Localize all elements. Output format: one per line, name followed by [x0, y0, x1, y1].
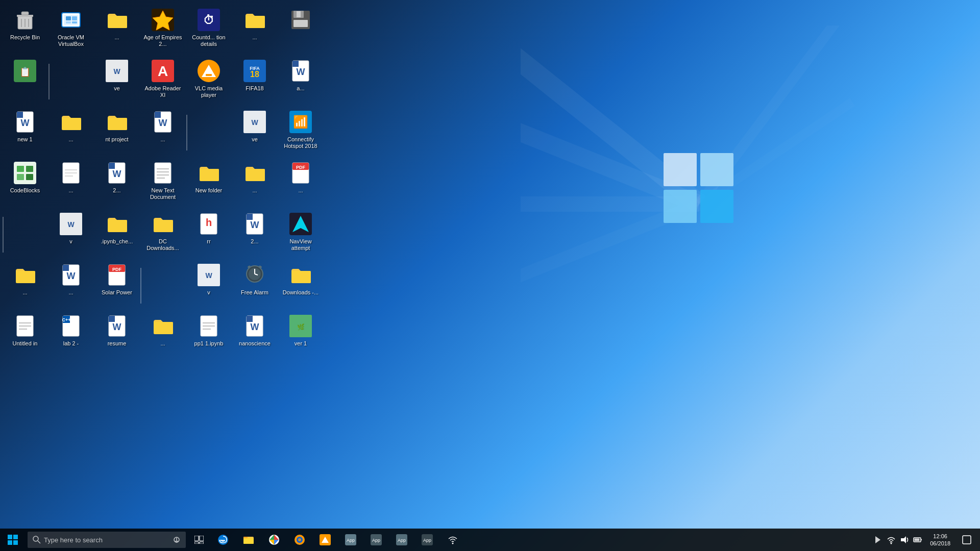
taskbar-vlc[interactable] [312, 529, 338, 551]
folder-icon-3[interactable]: ... [48, 107, 93, 158]
svg-rect-118 [13, 535, 18, 539]
svg-rect-46 [17, 112, 23, 118]
notification-button[interactable] [958, 529, 976, 551]
lab2-label: lab 2 - [63, 340, 79, 347]
svg-rect-157 [963, 536, 971, 544]
network-tray-icon[interactable] [886, 535, 896, 545]
doc-icon-1[interactable]: ... [48, 158, 93, 209]
navview-icon[interactable]: NavView attempt [278, 209, 323, 260]
svg-text:h: h [206, 217, 212, 228]
nanoscience-icon[interactable]: W nanoscience [232, 311, 277, 362]
misc-icon-1[interactable]: 📋 [3, 56, 47, 107]
svg-rect-127 [194, 536, 199, 541]
word-doc-1[interactable]: W a... [278, 56, 323, 107]
folder-icon-1[interactable]: ... [94, 5, 139, 56]
clock[interactable]: 12:06 06/2018 [926, 529, 954, 551]
svg-rect-12 [21, 12, 29, 15]
word-doc-label-4: 2... [251, 238, 258, 245]
recycle-bin-icon[interactable]: Recycle Bin [3, 5, 47, 56]
svg-text:📋: 📋 [19, 66, 31, 78]
taskbar-chrome[interactable] [261, 529, 287, 551]
rr-icon[interactable]: h rr [186, 209, 231, 260]
taskbar-app7[interactable]: App [363, 529, 389, 551]
v4-label: v [207, 289, 210, 296]
volume-tray-icon[interactable] [899, 535, 910, 545]
floppy-icon[interactable] [278, 5, 323, 56]
dc-downloads-icon[interactable]: DC Downloads... [140, 209, 185, 260]
oracle-vm-icon[interactable]: Oracle VM VirtualBox [48, 5, 93, 56]
new1-icon[interactable]: W new 1 [3, 107, 47, 158]
svg-text:W: W [297, 67, 305, 77]
pdf-icon-1[interactable]: PDF ... [278, 158, 323, 209]
clock-date: 06/2018 [930, 540, 950, 547]
svg-text:W: W [251, 322, 259, 332]
ver1-icon[interactable]: 🌿 ver 1 [278, 311, 323, 362]
solar-power-icon[interactable]: PDF Solar Power [94, 260, 139, 311]
task-view-button[interactable] [188, 529, 210, 551]
word-doc-2[interactable]: W ... [140, 107, 185, 158]
nt-project-icon[interactable]: nt project [94, 107, 139, 158]
taskbar-edge[interactable] [210, 529, 236, 551]
folder-icon-6[interactable]: ... [232, 158, 277, 209]
taskbar-app6[interactable]: App [338, 529, 363, 551]
word-doc-4[interactable]: W 2... [232, 209, 277, 260]
svg-text:18: 18 [250, 70, 259, 79]
pp1-label: pp1 1.ipynb [194, 340, 224, 347]
lab2-icon[interactable]: C++ lab 2 - [48, 311, 93, 362]
start-button[interactable] [0, 529, 26, 551]
v4-icon[interactable]: W v [186, 260, 231, 311]
svg-rect-49 [155, 112, 161, 118]
battery-tray-icon[interactable] [913, 535, 923, 545]
free-alarm-icon[interactable]: Free Alarm [232, 260, 277, 311]
svg-rect-59 [26, 174, 33, 180]
svg-text:App: App [423, 538, 431, 543]
resume-icon[interactable]: W resume [94, 311, 139, 362]
ve-icon-1[interactable]: W ve [94, 56, 139, 107]
show-hidden-icons[interactable] [873, 535, 883, 545]
vlc-icon[interactable]: VLC media player [186, 56, 231, 107]
word-doc-5[interactable]: W ... [48, 260, 93, 311]
untitled-label: Untitled in [13, 340, 38, 347]
countdown-icon[interactable]: ⏱ Countd... tion details [186, 5, 231, 56]
svg-rect-58 [17, 174, 24, 180]
word-doc-3[interactable]: W 2... [94, 158, 139, 209]
svg-rect-119 [8, 540, 12, 545]
taskbar-wifi[interactable] [440, 529, 465, 551]
taskbar-firefox[interactable] [287, 529, 312, 551]
svg-text:W: W [113, 67, 120, 76]
svg-line-122 [38, 541, 40, 543]
ve-icon-2[interactable]: W ve [232, 107, 277, 158]
v3-icon[interactable]: W v [48, 209, 93, 260]
svg-rect-130 [200, 542, 204, 544]
word-doc-label-5: ... [68, 289, 73, 296]
search-bar[interactable] [28, 532, 186, 548]
taskbar-app8[interactable]: App [389, 529, 414, 551]
svg-text:W: W [113, 169, 121, 179]
svg-rect-9 [700, 190, 733, 223]
downloads-icon[interactable]: Downloads -... [278, 260, 323, 311]
countdown-label: Countd... tion details [188, 34, 230, 47]
folder-icon-2[interactable]: ... [232, 5, 277, 56]
svg-text:W: W [205, 271, 212, 280]
divider-1 [48, 64, 50, 99]
new-folder-icon[interactable]: New folder [186, 158, 231, 209]
new-text-document-icon[interactable]: New Text Document [140, 158, 185, 209]
pp1-icon[interactable]: pp1 1.ipynb [186, 311, 231, 362]
taskbar-explorer[interactable] [236, 529, 261, 551]
age-of-empires-icon[interactable]: Age of Empires 2... [140, 5, 185, 56]
fifa18-icon[interactable]: FIFA18 FIFA18 [232, 56, 277, 107]
adobe-reader-icon[interactable]: A Adobe Reader XI [140, 56, 185, 107]
codeblocks-icon[interactable]: CodeBlocks [3, 158, 47, 209]
word-doc-label-1: a... [297, 85, 304, 92]
taskbar-app9[interactable]: App [414, 529, 440, 551]
svg-text:W: W [251, 220, 259, 230]
ipynb-icon[interactable]: .ipynb_che... [94, 209, 139, 260]
search-input[interactable] [44, 536, 166, 544]
folder-icon-7[interactable]: ... [3, 260, 47, 311]
connectify-icon[interactable]: 📶 Connectify Hotspot 2018 [278, 107, 323, 158]
folder-icon-8[interactable]: ... [140, 311, 185, 362]
new-folder-label: New folder [195, 187, 223, 194]
untitled-icon[interactable]: Untitled in [3, 311, 47, 362]
svg-rect-113 [247, 316, 253, 322]
svg-text:App: App [398, 538, 406, 543]
